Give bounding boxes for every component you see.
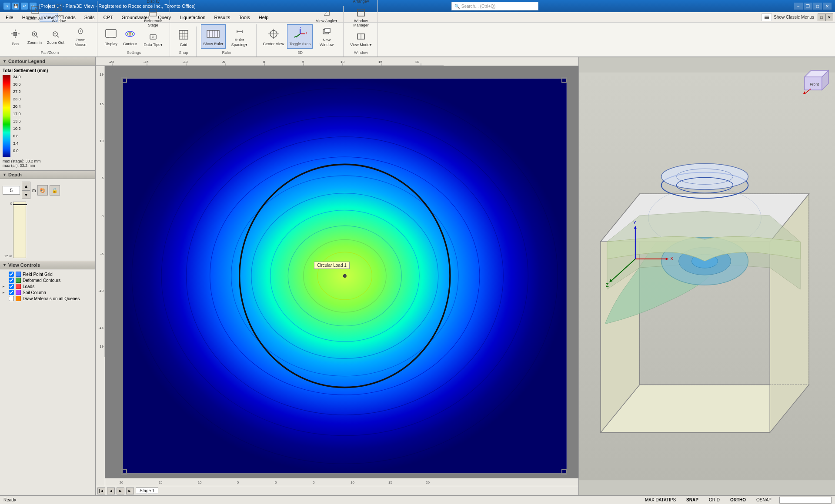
status-coordinate-input[interactable] (779, 497, 832, 504)
svg-line-6 (61, 10, 62, 11)
snap-grid-button[interactable]: Grid (174, 27, 193, 49)
ruler-spacing-button[interactable]: Ruler Spacing▾ (227, 25, 253, 49)
zoom-out-label: Zoom Out (47, 40, 64, 45)
zoom-all-button[interactable]: Zoom All (25, 1, 45, 25)
zoom-out-button[interactable]: Zoom Out (45, 25, 67, 49)
depth-up-button[interactable]: ▲ (22, 182, 30, 190)
svg-rect-56 (357, 9, 364, 16)
depth-down-button[interactable]: ▼ (22, 190, 30, 199)
menu-results[interactable]: Results (210, 13, 234, 22)
svg-text:20: 20 (426, 481, 430, 484)
view-mode-button[interactable]: View Mode▾ (348, 30, 374, 49)
close-button[interactable]: ✕ (823, 3, 832, 10)
svg-text:-5: -5 (236, 481, 239, 484)
view-item-drawmaterials-checkbox[interactable] (9, 296, 14, 301)
zoom-row2: Zoom In Zoom Out Zoom Mouse (25, 25, 94, 49)
legend-values: 34.0 30.6 27.2 23.8 20.4 17.0 13.6 10.2 … (13, 75, 21, 153)
new-window-button[interactable]: New Window (314, 25, 340, 49)
svg-text:10: 10 (351, 481, 354, 484)
maximize-button[interactable]: □ (813, 3, 822, 10)
nav-prev-button[interactable]: ◄ (107, 487, 115, 494)
depth-header[interactable]: ▼ Depth (0, 171, 95, 179)
reference-stage-icon (148, 7, 158, 18)
stage-tab[interactable]: Stage 1 (136, 487, 158, 494)
depth-slider-line[interactable] (13, 204, 27, 205)
pan-button[interactable]: Pan (6, 24, 24, 49)
depth-input[interactable] (3, 186, 20, 195)
search-box[interactable]: 🔍 Search... (Ctrl+Q) (451, 2, 538, 10)
data-tips-button[interactable]: Data Tips▾ (140, 30, 166, 49)
toggle-axes-label: Toggle Axes (289, 42, 311, 46)
legend-value: 3.4 (13, 141, 21, 146)
group-panzoom-label: Pan/Zoom (41, 50, 59, 55)
svg-text:-10: -10 (197, 481, 202, 484)
svg-text:0: 0 (102, 214, 104, 218)
query-display-button[interactable]: ? Query Display (140, 0, 166, 5)
grid-button[interactable]: GRID (706, 497, 722, 503)
window-manager-button[interactable]: Window Manager (348, 6, 374, 30)
canvas-left-ruler: 19 15 10 5 0 -5 -10 -15 -19 (96, 66, 105, 486)
ribbon-group-snap: Grid Snap (171, 27, 197, 56)
svg-text:15: 15 (388, 481, 392, 484)
view-item-soilcolumn-checkbox[interactable] (9, 290, 14, 295)
ribbon-group-3d: Center View XYZ Toggle Axes View Angle▾ … (257, 6, 344, 56)
view-angle-label: View Angle▾ (316, 19, 337, 23)
legend-value: 34.0 (13, 75, 21, 79)
legend-value: 6.8 (13, 134, 21, 138)
zoom-window-label: Zoom Window (48, 14, 70, 23)
zoom-all-icon (30, 5, 40, 15)
toggle-axes-button[interactable]: XYZ Toggle Axes (287, 24, 313, 49)
view-mode-icon (356, 31, 366, 42)
zoom-in-button[interactable]: Zoom In (25, 25, 44, 49)
osnap-button[interactable]: OSNAP (754, 497, 774, 503)
contour-button[interactable]: Contour (121, 24, 139, 49)
menu-liquefaction[interactable]: Liquefaction (176, 13, 209, 22)
snap-button[interactable]: SNAP (684, 497, 701, 503)
zoom-window-button[interactable]: Zoom Window (46, 1, 72, 25)
menu-tools[interactable]: Tools (235, 13, 254, 22)
ribbon-content: Pan Zoom All Zoom Window (0, 23, 835, 56)
minimize-button[interactable]: − (794, 3, 803, 10)
bottom-ruler-svg: -20 -15 -10 -5 0 5 10 15 20 (105, 478, 453, 486)
menu-restore-btn[interactable]: □ (818, 13, 825, 21)
legend-title: Total Settlement (mm) (3, 68, 93, 73)
center-view-button[interactable]: Center View (261, 24, 287, 49)
status-right: MAX DATATIPS SNAP GRID ORTHO OSNAP (642, 497, 832, 504)
depth-lock-btn[interactable]: 🔒 (50, 185, 60, 196)
reference-stage-button[interactable]: Reference Stage (140, 6, 166, 30)
view-item-drawmaterials-color (16, 296, 21, 301)
panel-3d: X Y Z Front (578, 57, 835, 495)
legend-max-stage: max (stage): 33.2 mm (3, 159, 93, 163)
view-item-deformed-checkbox[interactable] (9, 278, 14, 283)
arrange-button[interactable]: Arrange▾ (348, 0, 374, 5)
view-item-fieldpoint-checkbox[interactable] (9, 272, 14, 277)
display-button[interactable]: Display (102, 24, 120, 49)
depth-ruler: 0 25 m (3, 202, 13, 258)
svg-text:10: 10 (341, 60, 344, 64)
nav-first-button[interactable]: |◄ (97, 487, 105, 494)
zoom-all-label: Zoom All (27, 16, 43, 21)
nav-next-button[interactable]: ► (117, 487, 124, 494)
canvas-2d-viewport[interactable]: -20 -15 -10 -5 0 5 10 15 20 Circular Loa… (105, 66, 578, 486)
search-placeholder: Search... (Ctrl+Q) (461, 4, 496, 9)
show-ruler-button[interactable]: Show Ruler (201, 24, 226, 49)
view-item-drawmaterials: Draw Materials on all Queries (3, 295, 93, 302)
zoom-mouse-label: Zoom Mouse (70, 38, 91, 47)
ortho-button[interactable]: ORTHO (728, 497, 748, 503)
nav-last-button[interactable]: ►| (126, 487, 134, 494)
bottom-ruler: -20 -15 -10 -5 0 5 10 15 20 (105, 478, 578, 486)
legend-value: 27.2 (13, 90, 21, 94)
view-angle-button[interactable]: View Angle▾ (314, 6, 340, 25)
depth-color-btn[interactable]: 🎨 (37, 185, 48, 196)
view-item-loads-checkbox[interactable] (9, 284, 14, 289)
ribbon: Pan Zoom All Zoom Window (0, 23, 835, 57)
contour-gradient-bar (3, 75, 10, 157)
contour-legend-header[interactable]: ▼ Contour Legend (0, 57, 95, 66)
menu-close-btn[interactable]: ✕ (825, 13, 833, 21)
restore-button[interactable]: ❐ (804, 3, 812, 10)
zoom-mouse-button[interactable]: Zoom Mouse (67, 25, 94, 49)
center-view-label: Center View (263, 42, 284, 46)
view-cube[interactable]: Front (796, 62, 831, 96)
max-datatips-button[interactable]: MAX DATATIPS (642, 497, 678, 503)
view-controls-header[interactable]: ▼ View Controls (0, 261, 95, 269)
